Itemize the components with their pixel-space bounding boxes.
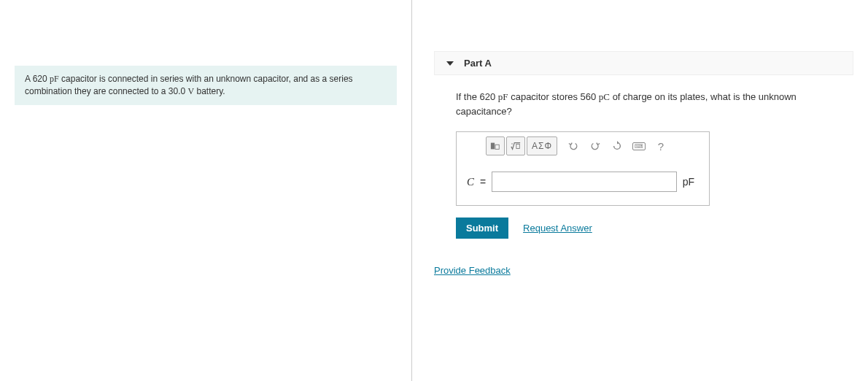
redo-icon [590, 141, 600, 151]
answer-unit: pF [683, 176, 699, 188]
variable-label: C [467, 176, 474, 188]
equation-toolbar: x ΑΣΦ ⌨ ? [457, 132, 709, 160]
answer-input[interactable] [492, 172, 676, 192]
part-title: Part A [464, 58, 492, 69]
undo-button[interactable] [563, 136, 584, 155]
q-mid: capacitor stores 560 [508, 91, 599, 102]
keyboard-button[interactable]: ⌨ [629, 136, 649, 155]
request-answer-link[interactable]: Request Answer [523, 223, 592, 234]
reset-button[interactable] [607, 136, 627, 155]
template-icon [490, 141, 500, 151]
action-row: Submit Request Answer [456, 218, 853, 239]
part-header[interactable]: Part A [434, 51, 853, 75]
q-unit1: pF [498, 91, 508, 102]
question-text: If the 620 pF capacitor stores 560 pC of… [456, 90, 853, 118]
svg-rect-0 [491, 143, 495, 150]
greek-button[interactable]: ΑΣΦ [527, 136, 557, 155]
answer-panel: Part A If the 620 pF capacitor stores 56… [412, 0, 868, 381]
q-unit2: pC [599, 91, 610, 102]
keyboard-icon: ⌨ [632, 142, 646, 150]
problem-text-suffix: battery. [194, 86, 225, 96]
svg-rect-2 [516, 144, 519, 148]
equals-sign: = [480, 176, 486, 188]
problem-text: A 620 [25, 74, 50, 84]
feedback-row: Provide Feedback [434, 265, 853, 276]
undo-icon [568, 141, 578, 151]
submit-button[interactable]: Submit [456, 218, 508, 239]
q-prefix: If the 620 [456, 91, 498, 102]
provide-feedback-link[interactable]: Provide Feedback [434, 265, 511, 276]
problem-statement: A 620 pF capacitor is connected in serie… [15, 66, 397, 105]
reset-icon [612, 141, 622, 151]
redo-button[interactable] [585, 136, 605, 155]
caret-down-icon [446, 61, 454, 66]
svg-rect-1 [495, 145, 499, 149]
radical-button[interactable]: x [506, 136, 525, 155]
input-row: C = pF [457, 160, 709, 195]
problem-panel: A 620 pF capacitor is connected in serie… [0, 0, 412, 381]
help-button[interactable]: ? [651, 136, 671, 155]
answer-box: x ΑΣΦ ⌨ ? C = pF [456, 131, 710, 206]
template-button[interactable] [486, 136, 505, 155]
problem-unit2: V [187, 86, 194, 96]
svg-text:x: x [511, 142, 514, 145]
radical-icon: x [511, 141, 521, 151]
problem-unit1: pF [50, 74, 59, 84]
